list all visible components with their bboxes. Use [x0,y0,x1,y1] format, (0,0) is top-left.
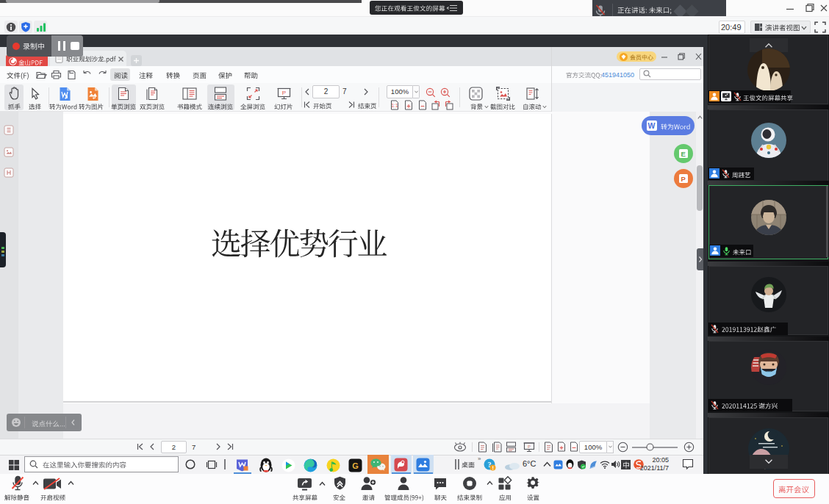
svg-text:G: G [352,461,359,470]
svg-text:1:1: 1:1 [391,103,398,108]
svg-text:P: P [282,90,286,96]
svg-text:P: P [528,444,531,449]
svg-text:E: E [681,150,686,158]
svg-text:W: W [648,121,656,130]
svg-text:P: P [681,175,686,183]
